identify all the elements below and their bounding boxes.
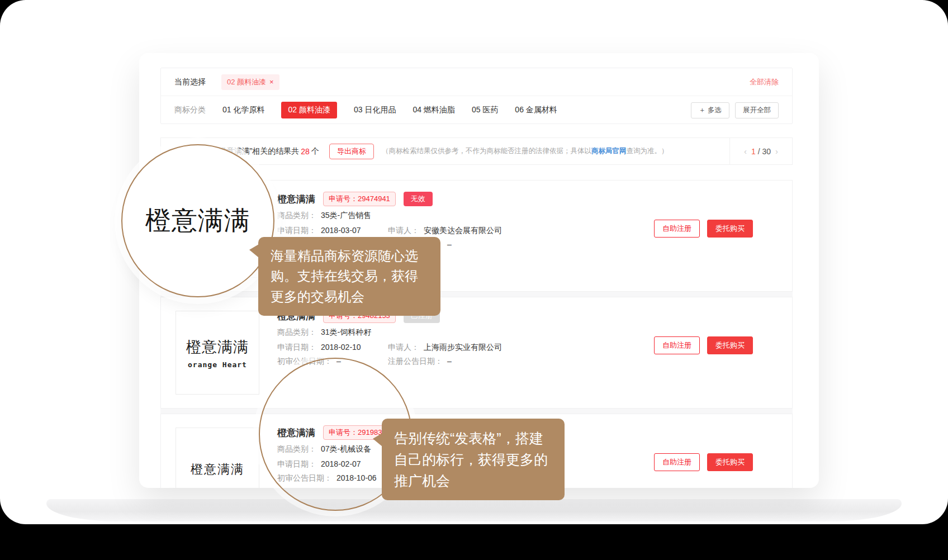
trademark-image[interactable]: 橙意满满 [176,428,259,488]
entrust-buy-button[interactable]: 委托购买 [707,453,753,471]
category-tabs: 01 化学原料 02 颜料油漆 03 日化用品 04 燃料油脂 05 医药 06… [222,102,557,118]
category-label: 商标分类 [174,105,206,115]
pagination: ‹ 1 / 30 › [729,138,792,164]
total-pages: 30 [762,147,771,156]
export-trademarks-button[interactable]: 导出商标 [329,144,374,159]
trademark-image-text: 橙意满满 [191,461,244,478]
category-field-label: 商品类别： [277,211,316,220]
trademark-name: 橙意满满 [277,193,315,206]
entrust-buy-button[interactable]: 委托购买 [707,220,753,238]
magnifier-circle-trademark: 橙意满满 [121,144,274,297]
date-field-label: 申请日期： [277,226,316,235]
trademark-image[interactable]: 橙意满满 orange Heart [176,311,259,395]
trademark-office-link[interactable]: 商标局官网 [591,147,627,155]
page-separator: / [758,147,760,156]
screenshot-canvas: 当前选择 02 颜料油漆 × 全部清除 商标分类 01 化学原料 02 颜料油漆… [0,0,948,560]
tab-03-cosmetics[interactable]: 03 日化用品 [354,105,396,115]
self-register-button[interactable]: 自助注册 [654,336,700,354]
tab-04-fuel[interactable]: 04 燃料油脂 [413,105,454,115]
results-disclaimer: （商标检索结果仅供参考，不作为商标能否注册的法律依据；具体以商标局官网查询为准。… [382,146,669,156]
callout-tooltip-promotion: 告别传统“发表格”，搭建自己的标行，获得更多的推广机会 [382,419,565,500]
remove-filter-icon[interactable]: × [269,78,274,86]
summary-count: 28 [301,147,310,156]
reg-pub-value: – [447,357,452,366]
summary-unit: 个 [311,146,319,156]
status-badge: 无效 [404,192,433,206]
applicant-value: 上海雨步实业有限公司 [424,343,502,352]
category-value: 35类-广告销售 [321,211,371,220]
expand-all-button[interactable]: 展开全部 [735,102,779,118]
category-value: 31类-饲料种籽 [321,328,371,336]
selected-filter-label: 02 颜料油漆 [227,77,266,87]
prev-page-icon[interactable]: ‹ [744,146,747,156]
reg-pub-field-label: 注册公告日期： [388,357,443,366]
callout-text: 海量精品商标资源随心选购。支持在线交易，获得更多的交易机会 [271,248,418,304]
laptop-base [46,499,902,521]
applicant-field-label: 申请人： [388,226,419,235]
entrust-buy-button[interactable]: 委托购买 [707,336,753,354]
tab-06-metal[interactable]: 06 金属材料 [515,105,557,115]
trademark-image-text: 橙意满满 [186,337,249,357]
current-selection-label: 当前选择 [174,77,206,87]
next-page-icon[interactable]: › [775,146,778,156]
selected-filter-tag[interactable]: 02 颜料油漆 × [221,74,279,90]
disclaimer-text-end: 查询为准。） [626,147,668,155]
tab-01-chemical[interactable]: 01 化学原料 [222,105,264,115]
date-value: 2018-02-10 [321,343,361,352]
current-selection-row: 当前选择 02 颜料油漆 × 全部清除 [161,68,792,96]
reg-pub-value: – [447,240,452,249]
page-background: 当前选择 02 颜料油漆 × 全部清除 商标分类 01 化学原料 02 颜料油漆… [0,0,948,524]
filter-header: 当前选择 02 颜料油漆 × 全部清除 商标分类 01 化学原料 02 颜料油漆… [160,68,793,124]
clear-all-button[interactable]: 全部清除 [750,77,779,87]
self-register-button[interactable]: 自助注册 [654,453,700,471]
self-register-button[interactable]: 自助注册 [654,220,700,238]
category-tabs-row: 商标分类 01 化学原料 02 颜料油漆 03 日化用品 04 燃料油脂 05 … [161,96,792,124]
disclaimer-text: （商标检索结果仅供参考，不作为商标能否注册的法律依据；具体以 [382,147,591,155]
current-page: 1 [751,147,756,156]
category-field-label: 商品类别： [277,328,316,336]
tab-05-medicine[interactable]: 05 医药 [472,105,498,115]
trademark-image-subtext: orange Heart [188,360,247,369]
date-value: 2018-03-07 [321,226,361,235]
results-header: 为您检索到“橙意满满”相关的结果共 28 个 导出商标 （商标检索结果仅供参考，… [160,137,793,165]
date-field-label: 申请日期： [277,343,316,352]
tab-02-paint-active[interactable]: 02 颜料油漆 [281,102,336,118]
multi-select-button[interactable]: ＋ 多选 [691,102,729,118]
table-row: 橙意满满 orange Heart 橙意满满 申请号：29482153 已注册 … [160,297,793,409]
applicant-field-label: 申请人： [388,343,419,352]
callout-tooltip-marketplace: 海量精品商标资源随心选购。支持在线交易，获得更多的交易机会 [258,237,440,316]
magnified-trademark-text: 橙意满满 [145,203,250,238]
application-number-chip: 申请号：29474941 [323,192,396,206]
results-summary: 为您检索到“橙意满满”相关的结果共 28 个 导出商标 （商标检索结果仅供参考，… [161,144,729,159]
tab-actions: ＋ 多选 展开全部 [691,102,779,118]
applicant-value: 安徽美达会展有限公司 [424,226,502,235]
callout-text: 告别传统“发表格”，搭建自己的标行，获得更多的推广机会 [394,430,548,488]
